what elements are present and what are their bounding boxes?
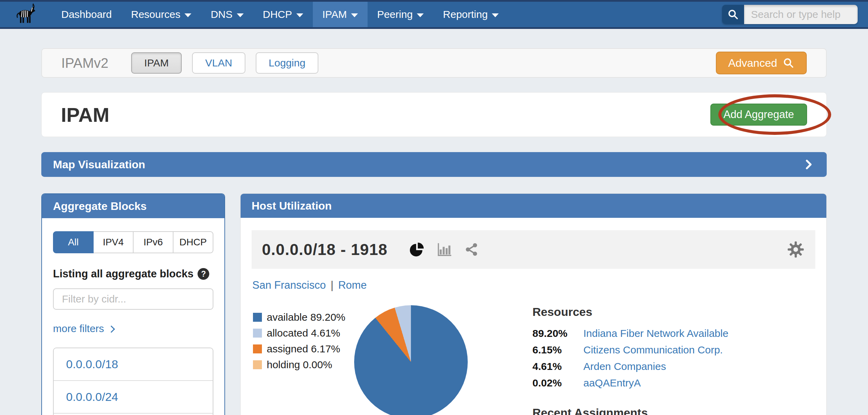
- map-visualization-bar[interactable]: Map Visualization: [41, 152, 827, 177]
- legend-label: assigned 6.17%: [267, 343, 340, 355]
- resource-pct: 4.61%: [532, 361, 583, 372]
- pie-chart-icon[interactable]: [409, 242, 425, 257]
- legend-label: available 89.20%: [267, 311, 346, 323]
- nav-item-resources[interactable]: Resources: [121, 2, 201, 27]
- filter-tab-all[interactable]: All: [53, 231, 94, 253]
- nav-label: IPAM: [322, 9, 347, 20]
- filter-tab-ipv4[interactable]: IPV4: [94, 231, 134, 253]
- resource-pct: 89.20%: [532, 328, 583, 339]
- subnav-title: IPAMv2: [61, 55, 108, 71]
- resources-list: 89.20% Indiana Fiber Network Available 6…: [532, 328, 814, 389]
- aggregate-block-list: 0.0.0.0/18 0.0.0.0/24 1.1.0.0/20: [53, 348, 213, 415]
- utilization-pie-chart[interactable]: [354, 305, 468, 415]
- more-filters-link[interactable]: more filters: [53, 323, 213, 334]
- nav-item-dashboard[interactable]: Dashboard: [52, 2, 121, 27]
- nav-item-dhcp[interactable]: DHCP: [253, 2, 313, 27]
- subnav-tabs: IPAM VLAN Logging: [131, 52, 318, 74]
- share-icon[interactable]: [464, 242, 479, 257]
- legend-swatch: [253, 344, 262, 353]
- nav-item-dns[interactable]: DNS: [201, 2, 253, 27]
- global-search: [722, 5, 858, 24]
- nav-label: Resources: [131, 9, 180, 20]
- resource-pct: 0.02%: [532, 377, 583, 389]
- block-type-filter: All IPV4 IPv6 DHCP: [53, 231, 213, 253]
- listing-label-text: Listing all aggregate blocks: [53, 268, 193, 280]
- caret-down-icon: [492, 13, 499, 17]
- nav-item-ipam[interactable]: IPAM: [313, 2, 368, 27]
- search-input[interactable]: [744, 5, 858, 24]
- help-icon[interactable]: ?: [198, 268, 209, 280]
- list-item[interactable]: 1.1.0.0/20: [54, 413, 213, 415]
- tab-vlan[interactable]: VLAN: [192, 52, 245, 74]
- location-link-rome[interactable]: Rome: [338, 279, 367, 291]
- legend-item-holding: holding 0.00%: [253, 359, 356, 371]
- nav-label: Reporting: [443, 9, 488, 20]
- host-utilization-title: Host Utilization: [252, 200, 332, 212]
- list-item[interactable]: 0.0.0.0/24: [54, 380, 213, 413]
- aggregate-blocks-panel: Aggregate Blocks All IPV4 IPv6 DHCP List…: [41, 193, 225, 415]
- block-title: 0.0.0.0/18 - 1918: [262, 240, 388, 259]
- search-icon[interactable]: [722, 5, 744, 24]
- nav-label: DHCP: [263, 9, 292, 20]
- zebra-logo[interactable]: [0, 2, 52, 27]
- recent-assignments-title: Recent Assignments: [532, 406, 814, 415]
- aggregate-blocks-title: Aggregate Blocks: [53, 200, 147, 213]
- caret-down-icon: [237, 13, 244, 17]
- legend-item-available: available 89.20%: [253, 311, 356, 323]
- nav-label: Dashboard: [61, 9, 112, 20]
- legend-item-allocated: allocated 4.61%: [253, 327, 356, 339]
- add-aggregate-button[interactable]: Add Aggregate: [710, 104, 807, 126]
- top-navbar: Dashboard Resources DNS DHCP IPAM Peerin…: [0, 0, 868, 29]
- list-item[interactable]: 0.0.0.0/18: [54, 348, 213, 380]
- legend-swatch: [253, 360, 262, 369]
- resource-link[interactable]: Arden Companies: [583, 361, 814, 372]
- table-row: 0.02% aaQAEntryA: [532, 377, 814, 389]
- location-separator: |: [331, 279, 334, 291]
- legend-label: allocated 4.61%: [267, 327, 340, 339]
- map-bar-label: Map Visualization: [53, 158, 145, 171]
- location-link-san-franscisco[interactable]: San Franscisco: [252, 279, 326, 291]
- location-links: San Franscisco | Rome: [252, 279, 815, 291]
- gear-icon[interactable]: [786, 240, 805, 259]
- legend-swatch: [253, 329, 262, 338]
- caret-down-icon: [351, 13, 358, 17]
- nav-item-reporting[interactable]: Reporting: [433, 2, 508, 27]
- cidr-filter-input[interactable]: [53, 288, 213, 310]
- pie-legend: available 89.20% allocated 4.61% assigne…: [253, 311, 356, 415]
- host-utilization-header: Host Utilization: [241, 194, 826, 218]
- nav-label: DNS: [211, 9, 232, 20]
- page-title: IPAM: [61, 103, 109, 126]
- tab-logging[interactable]: Logging: [256, 52, 319, 74]
- table-row: 4.61% Arden Companies: [532, 361, 814, 372]
- tab-ipam[interactable]: IPAM: [131, 52, 182, 74]
- listing-label: Listing all aggregate blocks ?: [53, 268, 213, 280]
- filter-tab-dhcp[interactable]: DHCP: [173, 231, 213, 253]
- zebra-logo-icon: [12, 3, 40, 26]
- caret-down-icon: [184, 13, 191, 17]
- page-header: IPAM Add Aggregate: [41, 92, 827, 137]
- caret-down-icon: [417, 13, 424, 17]
- utilization-toolbar: 0.0.0.0/18 - 1918: [252, 230, 815, 269]
- table-row: 89.20% Indiana Fiber Network Available: [532, 328, 814, 339]
- legend-item-assigned: assigned 6.17%: [253, 343, 356, 355]
- resource-link[interactable]: Citizens Communication Corp.: [583, 344, 814, 356]
- filter-tab-ipv6[interactable]: IPv6: [134, 231, 173, 253]
- nav-label: Peering: [377, 9, 413, 20]
- resource-pct: 6.15%: [532, 344, 583, 356]
- advanced-label: Advanced: [728, 57, 777, 70]
- legend-swatch: [253, 313, 262, 322]
- more-filters-label: more filters: [53, 323, 104, 334]
- caret-down-icon: [296, 13, 303, 17]
- aggregate-blocks-header: Aggregate Blocks: [42, 194, 224, 218]
- search-icon: [783, 57, 794, 69]
- bar-chart-icon[interactable]: [436, 242, 452, 257]
- advanced-search-button[interactable]: Advanced: [716, 52, 807, 74]
- resources-title: Resources: [532, 305, 814, 319]
- resource-link[interactable]: aaQAEntryA: [583, 377, 814, 389]
- ipamv2-toolbar: IPAMv2 IPAM VLAN Logging Advanced: [41, 48, 827, 78]
- resource-link[interactable]: Indiana Fiber Network Available: [583, 328, 814, 339]
- table-row: 6.15% Citizens Communication Corp.: [532, 344, 814, 356]
- host-utilization-panel: Host Utilization 0.0.0.0/18 - 1918: [240, 193, 827, 415]
- nav-item-peering[interactable]: Peering: [368, 2, 433, 27]
- legend-label: holding 0.00%: [267, 359, 332, 371]
